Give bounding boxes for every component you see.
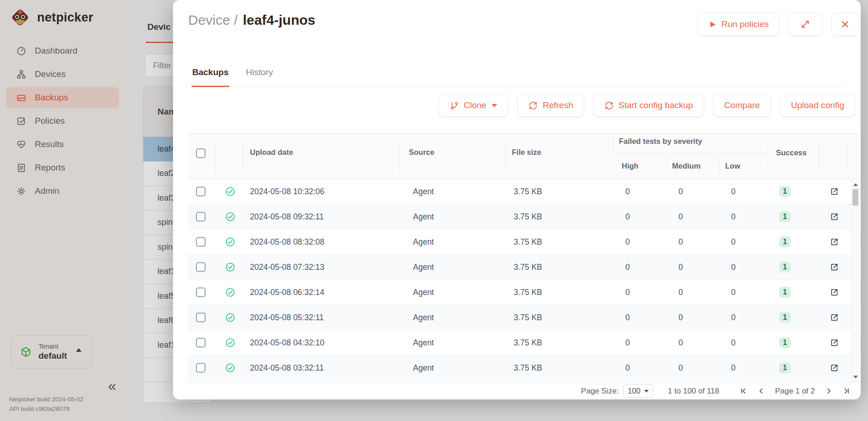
chevron-left-icon xyxy=(757,387,765,395)
status-check-icon xyxy=(225,312,235,323)
start-config-backup-button[interactable]: Start config backup xyxy=(593,94,704,117)
open-backup-button[interactable] xyxy=(830,212,839,222)
failed-low-cell: 0 xyxy=(731,212,736,222)
success-badge: 1 xyxy=(779,312,791,323)
col-file-size: File size xyxy=(512,148,541,157)
success-badge: 1 xyxy=(779,362,791,373)
upload-config-button[interactable]: Upload config xyxy=(780,94,855,117)
backup-table-row: 2024-05-08 03:32:11 Agent 3.75 KB 0 0 0 … xyxy=(188,355,860,381)
col-success: Success xyxy=(776,148,807,157)
column-divider xyxy=(719,156,719,174)
caret-down-icon xyxy=(492,104,497,107)
last-page-icon xyxy=(843,387,851,395)
row-checkbox[interactable] xyxy=(196,363,206,373)
refresh-icon xyxy=(604,101,614,110)
scroll-down-arrow-icon[interactable] xyxy=(853,376,858,378)
row-checkbox[interactable] xyxy=(196,338,206,348)
device-detail-panel: Device / leaf4-junos Run policies Backup… xyxy=(173,0,861,399)
refresh-icon xyxy=(528,101,538,110)
select-all-checkbox[interactable] xyxy=(196,148,206,158)
breadcrumb: Device / xyxy=(188,12,238,28)
failed-high-cell: 0 xyxy=(625,288,630,297)
row-checkbox[interactable] xyxy=(196,212,206,222)
col-medium: Medium xyxy=(672,162,700,170)
play-icon xyxy=(708,20,717,29)
file-size-cell: 3.75 KB xyxy=(514,338,542,348)
table-scrollbar[interactable] xyxy=(851,180,859,382)
refresh-button[interactable]: Refresh xyxy=(517,94,584,117)
external-link-icon xyxy=(830,187,839,197)
compare-button[interactable]: Compare xyxy=(713,94,771,117)
external-link-icon xyxy=(830,262,839,272)
upload-date-cell: 2024-05-08 03:32:11 xyxy=(250,363,324,373)
status-check-icon xyxy=(225,262,235,272)
backup-table-row: 2024-05-08 06:32:14 Agent 3.75 KB 0 0 0 … xyxy=(188,280,860,305)
chevron-right-icon xyxy=(825,387,833,395)
upload-date-cell: 2024-05-08 06:32:14 xyxy=(250,288,325,297)
col-source: Source xyxy=(409,148,434,157)
last-page-button[interactable] xyxy=(843,387,851,395)
row-checkbox[interactable] xyxy=(196,288,206,297)
row-checkbox[interactable] xyxy=(196,262,206,272)
clone-dropdown-button[interactable]: Clone xyxy=(439,94,509,117)
row-checkbox[interactable] xyxy=(196,237,206,247)
prev-page-button[interactable] xyxy=(757,387,765,395)
tab-backups[interactable]: Backups xyxy=(191,59,229,86)
open-backup-button[interactable] xyxy=(830,288,839,297)
pagination-bar: Page Size: 100 1 to 100 of 118 Page 1 of… xyxy=(188,382,860,399)
open-backup-button[interactable] xyxy=(830,338,839,348)
panel-tabs: Backups History xyxy=(191,59,845,87)
external-link-icon xyxy=(830,237,839,247)
expand-panel-button[interactable] xyxy=(788,13,822,36)
source-cell: Agent xyxy=(413,262,434,272)
git-branch-icon xyxy=(450,101,459,110)
file-size-cell: 3.75 KB xyxy=(514,288,542,297)
backups-rows: 2024-05-08 10:32:06 Agent 3.75 KB 0 0 0 … xyxy=(188,179,860,382)
failed-medium-cell: 0 xyxy=(678,262,683,272)
col-low: Low xyxy=(725,162,740,170)
external-link-icon xyxy=(830,338,839,348)
external-link-icon xyxy=(830,212,839,222)
failed-medium-cell: 0 xyxy=(678,313,683,323)
open-backup-button[interactable] xyxy=(830,313,839,323)
file-size-cell: 3.75 KB xyxy=(514,187,542,197)
failed-medium-cell: 0 xyxy=(678,212,683,222)
success-badge: 1 xyxy=(779,287,791,298)
open-backup-button[interactable] xyxy=(830,187,839,197)
page-size-select[interactable]: 100 xyxy=(623,384,653,398)
source-cell: Agent xyxy=(413,288,434,297)
failed-medium-cell: 0 xyxy=(678,187,683,197)
open-backup-button[interactable] xyxy=(830,237,839,247)
upload-date-cell: 2024-05-08 10:32:06 xyxy=(250,187,325,197)
compare-label: Compare xyxy=(724,100,760,110)
col-high: High xyxy=(622,162,639,170)
device-name: leaf4-junos xyxy=(243,12,315,28)
open-backup-button[interactable] xyxy=(830,262,839,272)
status-check-icon xyxy=(225,212,235,222)
scroll-up-arrow-icon[interactable] xyxy=(853,183,858,186)
close-panel-button[interactable] xyxy=(831,13,859,36)
pagination-page-text: Page 1 of 2 xyxy=(775,387,815,396)
failed-high-cell: 0 xyxy=(625,187,630,197)
backup-table-row: 2024-05-08 07:32:13 Agent 3.75 KB 0 0 0 … xyxy=(188,255,860,280)
row-checkbox[interactable] xyxy=(196,187,206,197)
backup-table-row: 2024-05-08 10:32:06 Agent 3.75 KB 0 0 0 … xyxy=(188,179,860,204)
col-group-failed-tests: Failed tests by severity xyxy=(619,137,702,146)
column-divider xyxy=(243,140,243,173)
status-check-icon xyxy=(225,186,235,197)
page-size-value: 100 xyxy=(628,387,640,395)
upload-date-cell: 2024-05-08 07:32:13 xyxy=(250,262,325,272)
run-policies-button[interactable]: Run policies xyxy=(698,13,779,36)
backup-table-row: 2024-05-08 05:32:11 Agent 3.75 KB 0 0 0 … xyxy=(188,305,860,330)
first-page-button[interactable] xyxy=(739,387,747,395)
col-upload-date: Upload date xyxy=(250,148,293,157)
open-backup-button[interactable] xyxy=(830,363,839,373)
row-checkbox[interactable] xyxy=(196,313,206,323)
source-cell: Agent xyxy=(413,338,434,348)
next-page-button[interactable] xyxy=(825,387,833,395)
success-badge: 1 xyxy=(779,211,791,222)
tab-history[interactable]: History xyxy=(245,59,274,86)
scrollbar-thumb[interactable] xyxy=(852,189,858,206)
backup-table-row: 2024-05-08 04:32:10 Agent 3.75 KB 0 0 0 … xyxy=(188,330,860,355)
failed-low-cell: 0 xyxy=(731,262,736,272)
